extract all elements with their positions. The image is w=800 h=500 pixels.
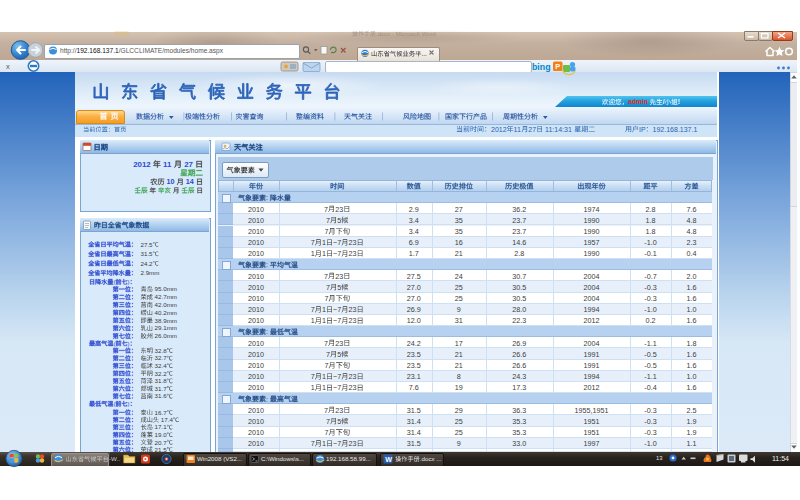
svg-text:1.9: 1.9 — [687, 417, 697, 426]
svg-text:23.7: 23.7 — [512, 216, 526, 225]
svg-text:1: 1 — [322, 249, 326, 258]
svg-text:95.0mm: 95.0mm — [153, 285, 177, 292]
svg-text:23: 23 — [349, 372, 357, 381]
svg-text:-1.1: -1.1 — [644, 339, 656, 348]
svg-text:23: 23 — [349, 316, 357, 325]
svg-text:23.5: 23.5 — [407, 361, 421, 370]
svg-text:2.5: 2.5 — [687, 406, 697, 415]
svg-text:1990: 1990 — [584, 216, 600, 225]
svg-text:2010: 2010 — [248, 283, 264, 292]
svg-text:-0.3: -0.3 — [644, 283, 656, 292]
svg-text:1.8: 1.8 — [646, 227, 656, 236]
svg-text:31.7: 31.7 — [153, 385, 167, 392]
svg-text:23.7: 23.7 — [512, 227, 526, 236]
svg-text:12.0: 12.0 — [407, 316, 421, 325]
svg-text:2010: 2010 — [248, 339, 264, 348]
svg-text:30.5: 30.5 — [512, 283, 526, 292]
svg-text:(: ( — [113, 340, 115, 347]
svg-text:5: 5 — [337, 283, 341, 292]
svg-text:7: 7 — [324, 205, 328, 214]
svg-text:~7: ~7 — [333, 316, 341, 325]
svg-text:17.3: 17.3 — [512, 383, 526, 392]
svg-text:21: 21 — [455, 361, 463, 370]
svg-text:23: 23 — [335, 205, 343, 214]
svg-text:-0.7: -0.7 — [644, 272, 656, 281]
svg-text:~7: ~7 — [333, 439, 341, 448]
svg-text:7: 7 — [326, 283, 330, 292]
svg-text:31.4: 31.4 — [407, 428, 421, 437]
svg-text:192.168.58.99...: 192.168.58.99... — [326, 455, 371, 462]
svg-text:11:14:31: 11:14:31 — [543, 126, 574, 133]
svg-text:2010: 2010 — [248, 238, 264, 247]
svg-text:(: ( — [113, 278, 115, 285]
svg-text:2010: 2010 — [248, 305, 264, 314]
svg-text:31: 31 — [455, 316, 463, 325]
svg-text:31.5: 31.5 — [407, 406, 421, 415]
svg-text:14.6: 14.6 — [512, 238, 526, 247]
svg-text:7: 7 — [326, 216, 330, 225]
svg-text:~7: ~7 — [333, 249, 341, 258]
svg-text:23: 23 — [349, 439, 357, 448]
svg-text:-W..: -W.. — [109, 455, 120, 462]
svg-text:36.2: 36.2 — [512, 205, 526, 214]
svg-text::: : — [266, 194, 270, 201]
svg-text:-0.3: -0.3 — [644, 417, 656, 426]
svg-text:2010: 2010 — [248, 227, 264, 236]
svg-text:26.0mm: 26.0mm — [153, 332, 177, 339]
svg-text:IP: IP — [639, 126, 646, 133]
svg-text:26.6: 26.6 — [512, 361, 526, 370]
svg-text:): ) — [128, 340, 130, 347]
svg-text:1: 1 — [311, 316, 315, 325]
svg-text:x: x — [6, 62, 10, 71]
svg-text:27: 27 — [455, 205, 463, 214]
svg-text:1.6: 1.6 — [687, 383, 697, 392]
svg-text:25: 25 — [455, 294, 463, 303]
svg-text:24: 24 — [455, 272, 463, 281]
svg-text:7: 7 — [324, 361, 328, 370]
svg-text:2.8: 2.8 — [646, 205, 656, 214]
svg-text:7: 7 — [324, 406, 328, 415]
svg-text:-1.0: -1.0 — [644, 305, 656, 314]
svg-text:~7: ~7 — [333, 383, 341, 392]
svg-text:7.6: 7.6 — [409, 383, 419, 392]
svg-text:27: 27 — [528, 126, 536, 133]
svg-text:1955,1951: 1955,1951 — [575, 406, 609, 415]
svg-text:1.0: 1.0 — [687, 372, 697, 381]
svg-text:13: 13 — [656, 455, 662, 461]
svg-text:2004: 2004 — [584, 283, 600, 292]
svg-text:23: 23 — [335, 406, 343, 415]
svg-text:1957: 1957 — [584, 238, 600, 247]
svg-text:-0.4: -0.4 — [644, 383, 656, 392]
svg-text:21: 21 — [455, 249, 463, 258]
svg-text:W: W — [385, 455, 392, 464]
svg-text:23: 23 — [349, 305, 357, 314]
svg-text:2010: 2010 — [248, 316, 264, 325]
svg-text:9: 9 — [457, 439, 461, 448]
svg-text:26.9: 26.9 — [512, 339, 526, 348]
svg-text:24.2: 24.2 — [407, 339, 421, 348]
svg-text:16: 16 — [455, 238, 463, 247]
svg-text:1974: 1974 — [584, 205, 600, 214]
svg-text:40.2mm: 40.2mm — [153, 309, 177, 316]
svg-text:2.8: 2.8 — [514, 249, 524, 258]
svg-text:-1.0: -1.0 — [644, 439, 656, 448]
svg-text:2012: 2012 — [584, 383, 600, 392]
svg-text:9: 9 — [457, 305, 461, 314]
svg-text:1990: 1990 — [584, 249, 600, 258]
svg-text:7: 7 — [311, 372, 315, 381]
svg-text:23: 23 — [349, 249, 357, 258]
svg-text:...: ... — [421, 50, 426, 57]
svg-text:-0.5: -0.5 — [644, 350, 656, 359]
svg-text:-0.5: -0.5 — [644, 361, 656, 370]
svg-text:7.6: 7.6 — [687, 205, 697, 214]
svg-text:2012: 2012 — [133, 160, 151, 169]
svg-text:/GLCCLIMATE/modules/home.aspx: /GLCCLIMATE/modules/home.aspx — [119, 47, 224, 55]
svg-text:17.4: 17.4 — [159, 416, 173, 423]
svg-text:192.168.137.1: 192.168.137.1 — [653, 126, 698, 133]
svg-text:7: 7 — [326, 350, 330, 359]
svg-text:1.8: 1.8 — [687, 339, 697, 348]
svg-text:2010: 2010 — [248, 294, 264, 303]
svg-text:~7: ~7 — [333, 305, 341, 314]
svg-text:1994: 1994 — [584, 372, 600, 381]
svg-text:.docx ...: .docx ... — [420, 455, 442, 462]
